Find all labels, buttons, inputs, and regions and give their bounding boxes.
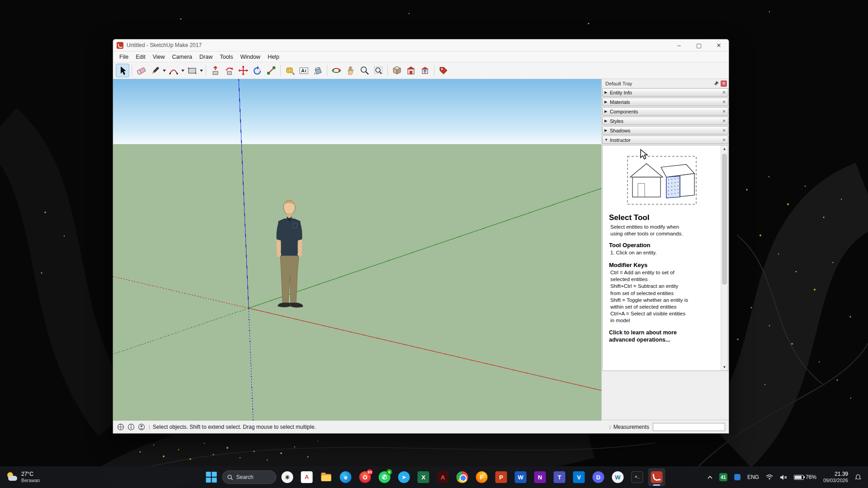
window-title: Untitled - SketchUp Make 2017	[127, 42, 202, 48]
language-switcher[interactable]: ENG	[746, 469, 760, 485]
text-tool-button[interactable]	[297, 64, 311, 77]
panel-shadows[interactable]: ▶ Shadows ✕	[602, 126, 728, 135]
taskbar-app-discord[interactable]: D	[590, 468, 607, 486]
panel-close-icon[interactable]: ✕	[722, 128, 726, 133]
menu-view[interactable]: View	[149, 52, 169, 61]
pin-icon[interactable]	[713, 80, 719, 87]
sign-in-user-icon[interactable]	[137, 423, 145, 431]
taskbar-app-word[interactable]: W	[512, 468, 529, 486]
close-button[interactable]: ✕	[709, 39, 729, 51]
menu-edit[interactable]: Edit	[132, 52, 149, 61]
paint-bucket-tool-button[interactable]	[311, 64, 325, 77]
arc-tool-dropdown[interactable]	[181, 64, 185, 77]
rectangle-tool-dropdown[interactable]	[199, 64, 203, 77]
taskbar-app-edge[interactable]: e	[337, 468, 354, 486]
zoom-extents-button[interactable]	[372, 64, 385, 77]
taskbar-app-vscode[interactable]: V	[571, 468, 588, 486]
panel-close-icon[interactable]: ✕	[722, 138, 726, 142]
rotate-tool-button[interactable]	[250, 64, 264, 77]
pan-tool-button[interactable]	[344, 64, 357, 77]
3d-warehouse-button[interactable]	[404, 64, 418, 77]
volume-muted-indicator[interactable]	[778, 469, 788, 485]
panel-close-icon[interactable]: ✕	[722, 100, 726, 104]
instructor-heading: Select Tool	[609, 213, 716, 222]
taskbar-app-excel[interactable]: X	[415, 468, 432, 486]
panel-components[interactable]: ▶ Components ✕	[602, 107, 728, 116]
text-icon	[298, 65, 309, 76]
taskbar-app-onenote[interactable]: N	[532, 468, 549, 486]
battery-indicator[interactable]: 76%	[793, 469, 818, 485]
scrollbar-thumb[interactable]	[722, 154, 727, 285]
instructor-scrollbar[interactable]: ▲ ▼	[721, 145, 728, 371]
measurements-input[interactable]	[653, 423, 725, 431]
start-button[interactable]	[203, 468, 220, 486]
scroll-down-icon[interactable]: ▼	[721, 364, 728, 371]
windows-logo-icon	[206, 472, 217, 483]
component-button[interactable]	[390, 64, 404, 77]
taskbar-search[interactable]: Search	[222, 470, 277, 484]
line-tool-dropdown[interactable]	[162, 64, 166, 77]
taskbar-app-chrome[interactable]	[454, 468, 471, 486]
rectangle-tool-button[interactable]	[185, 64, 199, 77]
tray-close-button[interactable]: ✕	[721, 80, 727, 87]
wifi-indicator[interactable]	[764, 469, 774, 485]
move-tool-button[interactable]	[236, 64, 250, 77]
taskbar-app-powerpoint[interactable]: P	[493, 468, 510, 486]
taskbar-app-file-explorer[interactable]	[318, 468, 335, 486]
taskbar-app-telegram[interactable]: ➤	[396, 468, 413, 486]
taskbar-app-wordpress[interactable]: W	[609, 468, 627, 486]
zoom-tool-button[interactable]	[358, 64, 371, 77]
select-tool-button[interactable]	[116, 64, 129, 77]
tray-badge-app[interactable]: 41	[718, 469, 729, 485]
taskbar-app-firefox[interactable]: F	[473, 468, 491, 486]
scale-tool-button[interactable]	[264, 64, 278, 77]
menu-camera[interactable]: Camera	[169, 52, 196, 61]
panel-materials[interactable]: ▶ Materials ✕	[602, 98, 728, 106]
credits-info-icon[interactable]	[127, 423, 135, 431]
taskbar-app-sketchup[interactable]	[648, 468, 665, 486]
teams-icon: T	[554, 471, 566, 483]
panel-entity-info[interactable]: ▶ Entity Info ✕	[602, 88, 728, 97]
panel-close-icon[interactable]: ✕	[722, 119, 726, 123]
window-titlebar[interactable]: Untitled - SketchUp Make 2017 – ▢ ✕	[113, 39, 729, 52]
geolocation-icon[interactable]	[117, 423, 124, 431]
panel-styles[interactable]: ▶ Styles ✕	[602, 117, 728, 125]
panel-close-icon[interactable]: ✕	[722, 90, 726, 95]
advanced-operations-link[interactable]: Click to learn about more advanced opera…	[609, 329, 686, 343]
get-models-button[interactable]	[437, 64, 450, 77]
maximize-button[interactable]: ▢	[689, 39, 709, 51]
menu-draw[interactable]: Draw	[196, 52, 216, 61]
toolbar	[113, 62, 729, 79]
clock-widget[interactable]: 21.39 09/03/2026	[822, 469, 849, 485]
taskbar-app-chatgpt[interactable]: ✳	[279, 468, 296, 486]
follow-me-tool-button[interactable]	[222, 64, 236, 77]
taskbar-weather-widget[interactable]: 27°C Berawan	[0, 471, 46, 483]
menu-window[interactable]: Window	[236, 52, 264, 61]
menu-file[interactable]: File	[116, 52, 132, 61]
share-model-button[interactable]	[418, 64, 432, 77]
tray-cloud-app[interactable]	[733, 469, 742, 485]
taskbar-app-teams[interactable]: T	[551, 468, 568, 486]
menu-help[interactable]: Help	[264, 52, 283, 61]
line-tool-button[interactable]	[148, 64, 162, 77]
taskbar-app-acrobat[interactable]: A	[434, 468, 452, 486]
expand-arrow-icon: ▶	[604, 100, 610, 104]
taskbar-app-opera[interactable]: O93	[357, 468, 374, 486]
orbit-tool-button[interactable]	[330, 64, 343, 77]
tape-measure-tool-button[interactable]	[283, 64, 297, 77]
minimize-button[interactable]: –	[669, 39, 689, 51]
taskbar-app-ai-assistant[interactable]: A	[298, 468, 316, 486]
panel-close-icon[interactable]: ✕	[722, 109, 726, 114]
arc-tool-button[interactable]	[167, 64, 180, 77]
tray-overflow-chevron[interactable]	[706, 469, 714, 485]
magnifier-icon	[359, 65, 370, 76]
taskbar-app-whatsapp[interactable]: ✆6	[376, 468, 393, 486]
eraser-tool-button[interactable]	[134, 64, 148, 77]
notification-center-button[interactable]	[854, 469, 863, 485]
panel-instructor[interactable]: ▼ Instructor ✕	[602, 136, 728, 144]
menu-tools[interactable]: Tools	[216, 52, 236, 61]
taskbar-app-terminal[interactable]: >_	[629, 468, 646, 486]
push-pull-tool-button[interactable]	[208, 64, 222, 77]
scroll-up-icon[interactable]: ▲	[721, 145, 728, 152]
model-viewport[interactable]	[113, 79, 601, 420]
